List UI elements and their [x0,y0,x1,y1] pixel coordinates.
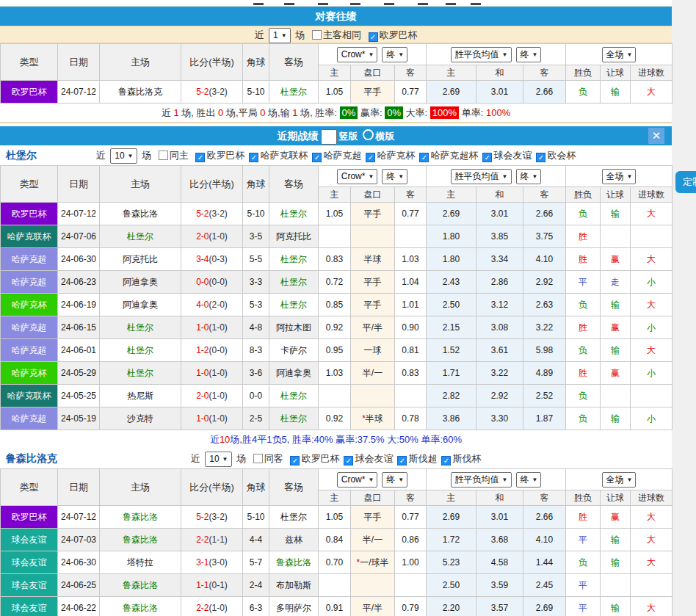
horizontal-label[interactable]: 横版 [376,131,395,142]
home-team-cell: 鲁森比洛 [100,203,181,225]
final-odds-select[interactable]: 终▼ [516,472,542,488]
result-cell: 胜 [566,225,601,248]
match-row: 哈萨克杯24-05-29杜堡尔1-0(1-0)3-6阿迪拿奥1.03半/一0.8… [1,362,673,385]
home-team-cell: 热尼斯 [100,385,181,407]
handicap-cell: 一球 [351,339,395,362]
euro-home-odds-cell: 2.69 [427,506,476,529]
asia-home-odds-cell: 0.83 [319,248,351,271]
summary-text: 单率: [459,107,486,118]
euro-home-odds-cell: 5.23 [427,551,476,574]
league-checkbox[interactable]: ✓欧会杯 [532,150,576,161]
score-cell: 2-0(1-0) [181,385,243,407]
odds-source-select[interactable]: Crow*▼ [337,47,378,62]
league-cell: 哈萨克杯 [1,362,58,385]
league-checkbox[interactable]: ✓欧罗巴杯 [286,453,339,464]
team1-count-select[interactable]: 10▼ [110,148,137,164]
odds-source-select[interactable]: Crow*▼ [337,169,378,184]
euro-draw-odds-cell: 4.58 [476,551,523,574]
away-team-cell: 杜堡尔 [269,248,319,271]
column-header: 角球 [243,166,269,203]
horizontal-radio[interactable] [363,129,374,140]
corners-cell: 3-3 [243,271,269,294]
final-odds-select[interactable]: 终▼ [382,47,407,62]
corners-cell: 5-10 [243,203,269,225]
final-odds-select[interactable]: 终▼ [516,47,542,62]
league-checkbox[interactable]: ✓欧罗巴杯 [191,150,244,161]
summary-text: 近 [162,107,174,118]
team1-filterbar: 杜堡尔 近 10▼ 场 同主 ✓欧罗巴杯✓哈萨克联杯✓哈萨克超✓哈萨克杯✓哈萨克… [0,145,672,165]
same-away-checkbox[interactable]: 同客 [249,453,283,464]
handicap-result-cell: 输 [601,339,631,362]
odds-group-header: Crow*▼终▼ [319,166,427,187]
corners-cell: 5-5 [243,248,269,271]
league-checkbox[interactable]: ✓哈萨克超 [308,150,361,161]
league-cell: 哈萨克联杯 [1,225,58,248]
score-cell: 5-2(3-2) [181,81,243,104]
league-checkbox[interactable]: ✓斯伐超 [393,453,437,464]
corners-cell: 5-7 [243,551,269,574]
league-checkbox[interactable]: ✓哈萨克超杯 [415,150,478,161]
vertical-radio[interactable] [321,129,337,145]
avg-odds-select[interactable]: 胜平负均值▼ [451,169,512,184]
scope-select[interactable]: 全场▼ [602,169,637,184]
h2h-header-bar: 对赛往绩 [0,7,672,26]
league-checkbox[interactable]: ✓哈萨克联杯 [244,150,308,161]
chevron-down-icon: ▼ [222,456,228,463]
summary-text: 1 [292,107,297,118]
vertical-label[interactable]: 竖版 [339,131,358,142]
scope-select[interactable]: 全场▼ [602,472,637,488]
league-checkbox[interactable]: ✓球会友谊 [478,150,532,161]
odds-source-select[interactable]: Crow*▼ [337,472,378,488]
final-odds-select[interactable]: 终▼ [382,472,407,488]
avg-odds-select[interactable]: 胜平负均值▼ [451,472,512,488]
home-team-cell: 杜堡尔 [100,225,181,248]
sub-column-header: 和 [476,187,523,203]
asia-away-odds-cell: 1.01 [395,294,427,316]
checkbox-icon: ✓ [369,32,378,42]
goals-result-cell: 大 [631,294,673,316]
match-row: 球会友谊24-06-22鲁森比洛2-2(1-0)6-3多明萨尔0.91平/半0.… [1,597,673,616]
goals-result-cell: 大 [631,506,673,529]
euro-away-odds-cell: 4.10 [523,529,566,551]
corners-cell: 4-8 [243,316,269,339]
h2h-filterbar: 近 1▼ 场 主客相同 ✓欧罗巴杯 [0,26,672,43]
customize-button[interactable]: 定制 [675,171,696,193]
euro-draw-odds-cell: 3.85 [476,225,523,248]
league-checkbox[interactable]: ✓球会友谊 [339,453,393,464]
match-row: 欧罗巴杯24-07-12鲁森比洛5-2(3-2)5-10杜堡尔1.05平手0.7… [1,506,673,529]
score-cell: 1-0(1-0) [181,407,243,430]
close-icon[interactable]: ✕ [648,128,664,144]
sub-column-header: 主 [427,187,476,203]
summary-text: 场, 胜出 [179,107,218,118]
scope-select[interactable]: 全场▼ [602,47,637,62]
checkbox-icon [312,30,322,40]
euro-home-odds-cell: 1.80 [427,248,476,271]
asia-away-odds-cell [395,225,427,248]
column-header: 客场 [269,166,319,203]
league-checkbox[interactable]: ✓欧罗巴杯 [364,29,418,40]
chevron-down-icon: ▼ [281,32,287,39]
away-team-cell: 卡萨尔 [269,339,319,362]
handicap-cell [351,574,395,597]
column-header: 客场 [269,469,319,506]
team2-title: 鲁森比洛克 [6,449,57,468]
final-odds-select[interactable]: 终▼ [382,169,407,184]
league-checkbox[interactable]: ✓哈萨克杯 [361,150,415,161]
team2-count-select[interactable]: 10▼ [205,452,231,467]
euro-home-odds-cell: 2.50 [427,294,476,316]
score-cell: 4-0(2-0) [181,294,243,316]
summary-text: 1 [173,107,178,118]
avg-odds-select[interactable]: 胜平负均值▼ [451,47,512,62]
final-odds-select[interactable]: 终▼ [516,169,542,184]
euro-home-odds-cell: 1.52 [427,339,476,362]
asia-home-odds-cell [319,225,351,248]
same-home-checkbox[interactable]: 同主 [154,150,189,161]
score-cell: 5-2(3-2) [181,203,243,225]
h2h-count-select[interactable]: 1▼ [269,28,291,43]
home-team-cell: 鲁森比洛 [100,529,181,551]
goals-result-cell: 大 [631,529,673,551]
euro-draw-odds-cell: 3.57 [476,597,523,616]
corners-cell: 3-5 [243,225,269,248]
league-checkbox[interactable]: ✓斯伐杯 [437,453,481,464]
same-home-away-checkbox[interactable]: 主客相同 [308,29,361,40]
